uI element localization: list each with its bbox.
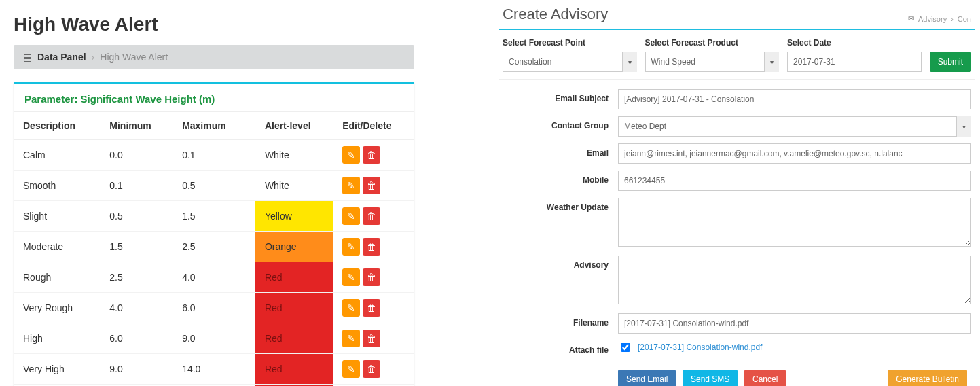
pencil-icon: ✎ [347, 150, 355, 160]
table-row: Calm0.00.1White✎🗑 [14, 140, 414, 171]
col-maximum: Maximum [173, 112, 255, 140]
delete-button[interactable]: 🗑 [363, 330, 380, 347]
table-row: Very Rough4.06.0Red✎🗑 [14, 293, 414, 323]
delete-button[interactable]: 🗑 [363, 299, 380, 317]
trash-icon: 🗑 [367, 333, 376, 344]
advisory-textarea[interactable] [618, 256, 971, 304]
trash-icon: 🗑 [367, 272, 376, 283]
filename-input[interactable] [618, 313, 971, 334]
pencil-icon: ✎ [347, 272, 355, 283]
edit-button[interactable]: ✎ [342, 360, 360, 378]
cell-description: Slight [14, 201, 100, 232]
delete-button[interactable]: 🗑 [363, 207, 380, 225]
cell-minimum: 2.5 [100, 262, 173, 293]
crumb-current: Con [958, 15, 971, 23]
table-row: Moderate1.52.5Orange✎🗑 [14, 232, 414, 262]
forecast-point-select[interactable] [503, 52, 637, 72]
generate-bulletin-button[interactable]: Generate Bulletin [888, 370, 967, 386]
table-row: Smooth0.10.5White✎🗑 [14, 171, 414, 201]
cell-actions: ✎🗑 [333, 293, 414, 323]
col-description: Description [14, 112, 100, 140]
cancel-button[interactable]: Cancel [744, 370, 786, 386]
delete-button[interactable]: 🗑 [363, 268, 380, 286]
cell-minimum: 1.5 [100, 232, 173, 262]
cell-description: Very High [14, 354, 100, 385]
trash-icon: 🗑 [367, 180, 376, 191]
table-row: Slight0.51.5Yellow✎🗑 [14, 201, 414, 232]
cell-actions: ✎🗑 [333, 323, 414, 354]
pencil-icon: ✎ [347, 364, 355, 374]
cell-description: High [14, 323, 100, 354]
edit-button[interactable]: ✎ [342, 268, 360, 286]
breadcrumb-root[interactable]: Data Panel [37, 52, 86, 63]
cell-description: Smooth [14, 171, 100, 201]
wave-alert-card: Parameter: Significant Wave Height (m) D… [14, 82, 414, 386]
mobile-label: Mobile [503, 171, 618, 185]
col-alert-level: Alert-level [255, 112, 333, 140]
alert-table: Description Minimum Maximum Alert-level … [14, 111, 414, 386]
cell-maximum: 0.1 [173, 140, 255, 171]
email-label: Email [503, 143, 618, 158]
chevron-down-icon[interactable]: ▾ [764, 52, 779, 72]
table-row: Rough2.54.0Red✎🗑 [14, 262, 414, 293]
col-actions: Edit/Delete [333, 112, 414, 140]
forecast-point-label: Select Forecast Point [503, 38, 637, 48]
edit-button[interactable]: ✎ [342, 238, 360, 256]
cell-minimum: 6.0 [100, 323, 173, 354]
cell-minimum: 0.1 [100, 171, 173, 201]
advisory-label: Advisory [503, 256, 618, 270]
cell-alert-level: Red [255, 262, 333, 293]
mobile-input[interactable] [618, 171, 971, 191]
email-subject-label: Email Subject [503, 89, 618, 103]
cell-alert-level: Red [255, 293, 333, 323]
table-row: High6.09.0Red✎🗑 [14, 323, 414, 354]
attach-link[interactable]: [2017-07-31] Consolation-wind.pdf [638, 343, 762, 352]
send-sms-button[interactable]: Send SMS [683, 370, 738, 386]
delete-button[interactable]: 🗑 [363, 238, 380, 256]
cell-alert-level: Red [255, 323, 333, 354]
edit-button[interactable]: ✎ [342, 299, 360, 317]
cell-maximum: 14.0 [173, 354, 255, 385]
chevron-down-icon[interactable]: ▾ [956, 116, 971, 137]
cell-minimum: 0.0 [100, 140, 173, 171]
attach-checkbox[interactable] [621, 343, 630, 352]
crumb-advisory[interactable]: Advisory [918, 15, 947, 23]
cell-actions: ✎🗑 [333, 171, 414, 201]
filename-label: Filename [503, 313, 618, 328]
cell-alert-level: White [255, 171, 333, 201]
email-subject-input[interactable] [618, 89, 971, 109]
edit-button[interactable]: ✎ [342, 177, 360, 194]
pencil-icon: ✎ [347, 333, 355, 344]
breadcrumb: ▤ Data Panel › High Wave Alert [14, 45, 414, 69]
trash-icon: 🗑 [367, 150, 376, 160]
cell-description: Calm [14, 140, 100, 171]
top-crumbs: ✉ Advisory › Con [908, 14, 971, 23]
attach-file-label: Attach file [503, 340, 618, 355]
pencil-icon: ✎ [347, 180, 355, 191]
chevron-down-icon[interactable]: ▾ [622, 52, 637, 72]
cell-actions: ✎🗑 [333, 140, 414, 171]
forecast-product-select[interactable] [645, 52, 780, 72]
weather-update-textarea[interactable] [618, 198, 971, 247]
cell-maximum: 0.5 [173, 171, 255, 201]
date-input[interactable] [787, 52, 922, 72]
trash-icon: 🗑 [367, 302, 376, 313]
delete-button[interactable]: 🗑 [363, 177, 380, 194]
weather-update-label: Weather Update [503, 198, 618, 212]
edit-button[interactable]: ✎ [342, 330, 360, 347]
email-input[interactable] [618, 143, 971, 164]
contact-group-select[interactable] [618, 116, 971, 137]
edit-button[interactable]: ✎ [342, 207, 360, 225]
cell-alert-level: Yellow [255, 201, 333, 232]
cell-description: Moderate [14, 232, 100, 262]
parameter-title: Parameter: Significant Wave Height (m) [14, 84, 414, 111]
cell-actions: ✎🗑 [333, 232, 414, 262]
contact-group-label: Contact Group [503, 116, 618, 130]
delete-button[interactable]: 🗑 [363, 360, 380, 378]
cell-maximum: 4.0 [173, 262, 255, 293]
delete-button[interactable]: 🗑 [363, 146, 380, 164]
edit-button[interactable]: ✎ [342, 146, 360, 164]
send-email-button[interactable]: Send Email [618, 370, 676, 386]
submit-button[interactable]: Submit [930, 52, 971, 72]
date-label: Select Date [787, 38, 922, 48]
